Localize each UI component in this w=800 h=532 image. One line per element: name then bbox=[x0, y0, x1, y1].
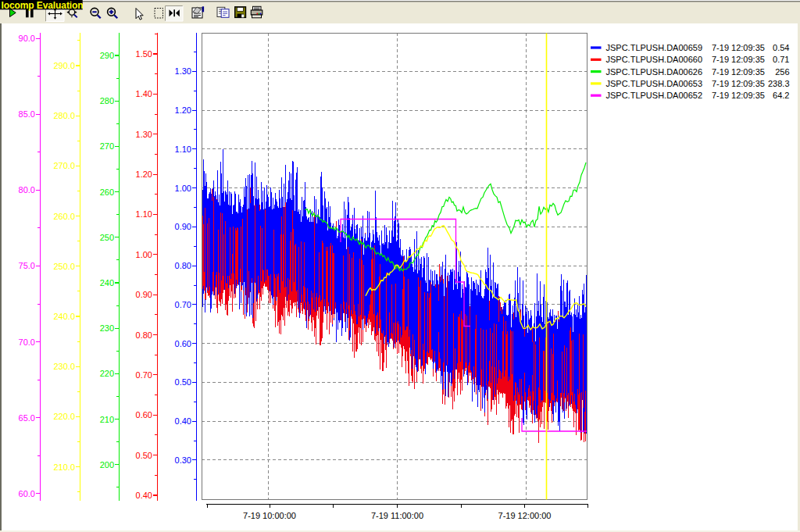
svg-text:0.70: 0.70 bbox=[136, 370, 152, 380]
svg-text:90.0: 90.0 bbox=[19, 34, 35, 43]
svg-text:280: 280 bbox=[100, 96, 114, 105]
svg-text:7-19 12:09:35: 7-19 12:09:35 bbox=[712, 55, 765, 64]
svg-text:270: 270 bbox=[100, 141, 114, 151]
svg-text:0.50: 0.50 bbox=[136, 451, 152, 460]
svg-text:210: 210 bbox=[100, 415, 114, 424]
svg-text:250.0: 250.0 bbox=[53, 262, 75, 271]
svg-text:238.3: 238.3 bbox=[768, 79, 790, 88]
svg-text:1.50: 1.50 bbox=[136, 49, 152, 59]
svg-text:0.60: 0.60 bbox=[175, 339, 191, 348]
svg-text:JSPC.TLPUSH.DA00660: JSPC.TLPUSH.DA00660 bbox=[606, 55, 703, 64]
svg-text:230.0: 230.0 bbox=[53, 362, 75, 371]
svg-text:0.80: 0.80 bbox=[175, 261, 191, 270]
svg-text:1.00: 1.00 bbox=[175, 184, 191, 193]
svg-text:1.20: 1.20 bbox=[136, 170, 152, 179]
svg-text:256: 256 bbox=[775, 67, 789, 77]
svg-text:260.0: 260.0 bbox=[53, 212, 75, 221]
svg-text:65.0: 65.0 bbox=[19, 413, 35, 423]
svg-text:7-19 10:00:00: 7-19 10:00:00 bbox=[243, 511, 296, 520]
svg-text:7-19 12:09:35: 7-19 12:09:35 bbox=[712, 43, 765, 52]
svg-text:240.0: 240.0 bbox=[53, 312, 75, 321]
svg-text:260: 260 bbox=[100, 187, 114, 197]
svg-text:1.30: 1.30 bbox=[136, 130, 152, 139]
svg-text:0.54: 0.54 bbox=[773, 43, 789, 52]
svg-text:7-19 12:09:35: 7-19 12:09:35 bbox=[712, 91, 765, 100]
svg-text:7-19 11:00:00: 7-19 11:00:00 bbox=[371, 511, 423, 520]
svg-text:270.0: 270.0 bbox=[53, 161, 75, 170]
svg-text:JSPC.TLPUSH.DA00652: JSPC.TLPUSH.DA00652 bbox=[606, 91, 703, 100]
svg-text:0.30: 0.30 bbox=[175, 455, 191, 465]
svg-text:280.0: 280.0 bbox=[53, 111, 75, 120]
svg-text:0.60: 0.60 bbox=[136, 410, 152, 420]
svg-text:1.20: 1.20 bbox=[175, 105, 191, 115]
svg-text:80.0: 80.0 bbox=[19, 185, 35, 195]
svg-text:220: 220 bbox=[100, 369, 114, 378]
svg-text:240: 240 bbox=[100, 278, 114, 287]
svg-text:JSPC.TLPUSH.DA00659: JSPC.TLPUSH.DA00659 bbox=[606, 43, 703, 52]
svg-text:230: 230 bbox=[100, 323, 114, 333]
svg-text:70.0: 70.0 bbox=[19, 337, 35, 347]
svg-text:0.90: 0.90 bbox=[136, 290, 152, 299]
svg-text:0.80: 0.80 bbox=[136, 330, 152, 340]
svg-text:250: 250 bbox=[100, 233, 114, 242]
svg-text:60.0: 60.0 bbox=[19, 489, 35, 498]
svg-text:7-19 12:09:35: 7-19 12:09:35 bbox=[712, 67, 765, 77]
svg-text:64.2: 64.2 bbox=[773, 91, 789, 100]
svg-text:200: 200 bbox=[100, 460, 114, 470]
svg-text:Iocomp Evaluation: Iocomp Evaluation bbox=[2, 0, 84, 11]
svg-text:0.50: 0.50 bbox=[175, 377, 191, 387]
svg-text:220.0: 220.0 bbox=[53, 412, 75, 421]
svg-text:1.40: 1.40 bbox=[136, 89, 152, 98]
svg-text:0.90: 0.90 bbox=[175, 222, 191, 231]
svg-text:0.71: 0.71 bbox=[773, 55, 789, 64]
svg-text:1.30: 1.30 bbox=[175, 66, 191, 76]
svg-text:JSPC.TLPUSH.DA00626: JSPC.TLPUSH.DA00626 bbox=[606, 67, 703, 77]
svg-text:1.00: 1.00 bbox=[136, 250, 152, 259]
svg-text:85.0: 85.0 bbox=[19, 109, 35, 119]
svg-text:0.70: 0.70 bbox=[175, 300, 191, 309]
svg-text:1.10: 1.10 bbox=[136, 209, 152, 219]
svg-text:75.0: 75.0 bbox=[19, 261, 35, 270]
svg-text:290: 290 bbox=[100, 51, 114, 60]
svg-text:7-19 12:00:00: 7-19 12:00:00 bbox=[498, 511, 552, 520]
svg-text:7-19 12:09:35: 7-19 12:09:35 bbox=[712, 79, 765, 88]
svg-text:290.0: 290.0 bbox=[53, 61, 75, 70]
svg-text:0.40: 0.40 bbox=[175, 416, 191, 426]
svg-text:1.10: 1.10 bbox=[175, 145, 191, 154]
svg-text:0.40: 0.40 bbox=[136, 491, 152, 500]
svg-text:JSPC.TLPUSH.DA00653: JSPC.TLPUSH.DA00653 bbox=[606, 79, 703, 88]
svg-text:210.0: 210.0 bbox=[53, 462, 75, 472]
